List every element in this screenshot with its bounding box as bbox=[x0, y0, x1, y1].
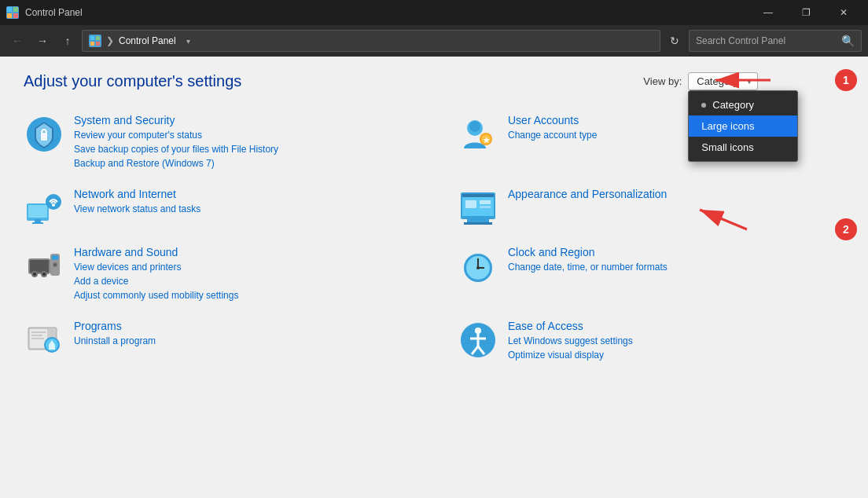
system-security-link-1[interactable]: Review your computer's status bbox=[74, 128, 410, 142]
svg-point-34 bbox=[42, 273, 46, 276]
window-controls: — ❐ ✕ bbox=[750, 0, 862, 25]
restore-button[interactable]: ❐ bbox=[788, 0, 824, 25]
svg-rect-36 bbox=[52, 255, 58, 260]
programs-title[interactable]: Programs bbox=[74, 320, 410, 332]
main-content: Adjust your computer's settings View by:… bbox=[0, 57, 868, 498]
view-by-button[interactable]: Category bbox=[688, 72, 758, 90]
minimize-button[interactable]: — bbox=[750, 0, 786, 25]
network-internet-title[interactable]: Network and Internet bbox=[74, 188, 410, 200]
svg-point-43 bbox=[476, 266, 480, 269]
svg-rect-28 bbox=[480, 206, 491, 208]
category-network-internet: Network and Internet View network status… bbox=[24, 183, 410, 233]
annotation-1: 1 bbox=[835, 69, 857, 91]
category-system-security: System and Security Review your computer… bbox=[24, 109, 410, 175]
svg-point-32 bbox=[33, 273, 36, 276]
svg-text:★: ★ bbox=[483, 136, 491, 145]
clock-region-title[interactable]: Clock and Region bbox=[508, 246, 844, 258]
hardware-sound-link-2[interactable]: Add a device bbox=[74, 274, 410, 288]
network-internet-link-1[interactable]: View network status and tasks bbox=[74, 202, 410, 216]
svg-rect-9 bbox=[41, 133, 47, 141]
addressbar: ← → ↑ ❯ Control Panel ▾ ↻ Search Control… bbox=[0, 25, 868, 57]
network-internet-icon bbox=[24, 188, 64, 229]
dropdown-item-small-icons[interactable]: Small icons bbox=[689, 137, 797, 158]
dropdown-item-label: Large icons bbox=[701, 120, 754, 132]
svg-rect-23 bbox=[462, 194, 494, 197]
view-by-dropdown: Category Category Large icons Small icon… bbox=[688, 72, 758, 90]
ease-of-access-text: Ease of Access Let Windows suggest setti… bbox=[508, 320, 844, 362]
network-internet-text: Network and Internet View network status… bbox=[74, 188, 410, 216]
system-security-link-2[interactable]: Save backup copies of your files with Fi… bbox=[74, 142, 410, 156]
svg-rect-7 bbox=[96, 42, 100, 46]
forward-button[interactable]: → bbox=[31, 30, 53, 52]
svg-rect-52 bbox=[49, 345, 55, 350]
address-field[interactable]: ❯ Control Panel ▾ bbox=[82, 30, 660, 52]
back-button[interactable]: ← bbox=[6, 30, 28, 52]
system-security-icon bbox=[24, 114, 64, 155]
svg-rect-18 bbox=[32, 222, 43, 224]
system-security-title[interactable]: System and Security bbox=[74, 114, 410, 126]
app-icon bbox=[6, 6, 19, 19]
svg-rect-2 bbox=[7, 13, 12, 18]
titlebar-left: Control Panel bbox=[6, 6, 83, 19]
view-by-bar: View by: Category Category Large icons S… bbox=[643, 72, 758, 90]
clock-region-icon bbox=[458, 246, 498, 287]
close-button[interactable]: ✕ bbox=[826, 0, 862, 25]
svg-rect-1 bbox=[13, 7, 18, 12]
system-security-text: System and Security Review your computer… bbox=[74, 114, 410, 170]
hardware-sound-title[interactable]: Hardware and Sound bbox=[74, 246, 410, 258]
refresh-button[interactable]: ↻ bbox=[664, 30, 686, 52]
svg-point-38 bbox=[54, 264, 57, 266]
svg-rect-26 bbox=[465, 200, 476, 208]
ease-of-access-link-2[interactable]: Optimize visual display bbox=[508, 348, 844, 362]
up-button[interactable]: ↑ bbox=[57, 30, 79, 52]
category-hardware-sound: Hardware and Sound View devices and prin… bbox=[24, 241, 410, 307]
window-title: Control Panel bbox=[25, 7, 83, 18]
svg-rect-5 bbox=[96, 36, 100, 40]
category-programs: Programs Uninstall a program bbox=[24, 315, 410, 367]
hardware-sound-icon bbox=[24, 246, 64, 287]
address-icon bbox=[89, 35, 101, 47]
appearance-title[interactable]: Appearance and Personalization bbox=[508, 188, 844, 200]
ease-of-access-link-1[interactable]: Let Windows suggest settings bbox=[508, 334, 844, 348]
breadcrumb-label: Control Panel bbox=[119, 35, 176, 46]
hardware-sound-text: Hardware and Sound View devices and prin… bbox=[74, 246, 410, 302]
dropdown-item-label: Small icons bbox=[701, 141, 753, 153]
svg-rect-3 bbox=[13, 13, 18, 18]
ease-of-access-title[interactable]: Ease of Access bbox=[508, 320, 844, 332]
svg-point-54 bbox=[475, 328, 481, 334]
category-ease-of-access: Ease of Access Let Windows suggest setti… bbox=[458, 315, 844, 367]
svg-rect-25 bbox=[464, 222, 492, 225]
user-accounts-icon: ★ bbox=[458, 114, 498, 155]
svg-rect-0 bbox=[7, 7, 12, 12]
svg-rect-27 bbox=[480, 200, 491, 204]
viewby-label: View by: bbox=[643, 75, 682, 87]
svg-rect-4 bbox=[90, 36, 94, 40]
appearance-icon bbox=[458, 188, 498, 229]
search-icon: 🔍 bbox=[841, 35, 855, 47]
clock-region-text: Clock and Region Change date, time, or n… bbox=[508, 246, 844, 274]
programs-link-1[interactable]: Uninstall a program bbox=[74, 334, 410, 348]
breadcrumb-dropdown[interactable]: ▾ bbox=[181, 30, 197, 52]
svg-rect-6 bbox=[90, 42, 94, 46]
dropdown-item-category[interactable]: Category bbox=[689, 94, 797, 115]
category-appearance: Appearance and Personalization bbox=[458, 183, 844, 233]
clock-region-link-1[interactable]: Change date, time, or number formats bbox=[508, 260, 844, 274]
hardware-sound-link-1[interactable]: View devices and printers bbox=[74, 260, 410, 274]
dropdown-item-large-icons[interactable]: Large icons bbox=[689, 115, 797, 137]
search-field[interactable]: Search Control Panel 🔍 bbox=[689, 30, 862, 52]
svg-rect-30 bbox=[30, 260, 49, 273]
programs-icon bbox=[24, 320, 64, 361]
dot-icon bbox=[701, 103, 706, 108]
search-placeholder: Search Control Panel bbox=[696, 35, 785, 46]
programs-text: Programs Uninstall a program bbox=[74, 320, 410, 348]
svg-point-20 bbox=[52, 203, 55, 207]
category-clock-region: Clock and Region Change date, time, or n… bbox=[458, 241, 844, 307]
breadcrumb-separator: ❯ bbox=[106, 35, 114, 46]
dropdown-item-label: Category bbox=[712, 99, 754, 111]
system-security-link-3[interactable]: Backup and Restore (Windows 7) bbox=[74, 156, 410, 170]
svg-rect-24 bbox=[467, 219, 489, 222]
hardware-sound-link-3[interactable]: Adjust commonly used mobility settings bbox=[74, 288, 410, 302]
annotation-2: 2 bbox=[835, 218, 857, 240]
view-by-menu: Category Large icons Small icons bbox=[688, 90, 798, 162]
svg-rect-16 bbox=[28, 205, 47, 218]
